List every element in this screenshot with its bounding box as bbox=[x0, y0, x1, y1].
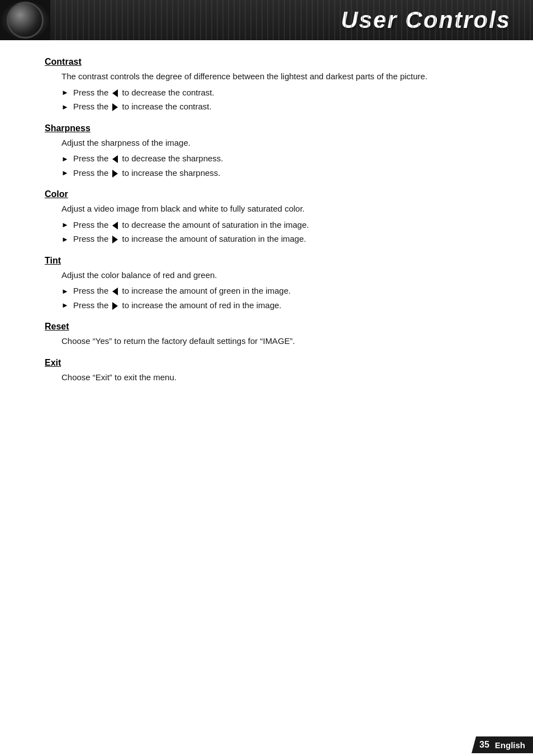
item-text: Press the to increase the amount of satu… bbox=[73, 233, 306, 246]
item-text: Press the to decrease the contrast. bbox=[73, 87, 215, 99]
sharpness-title: Sharpness bbox=[45, 123, 499, 133]
bullet-icon: ► bbox=[61, 102, 69, 113]
exit-section: Exit Choose “Exit” to exit the menu. bbox=[45, 358, 499, 384]
page-header: User Controls bbox=[0, 0, 533, 40]
color-title: Color bbox=[45, 189, 499, 199]
sharpness-description: Adjust the sharpness of the image. bbox=[61, 137, 499, 150]
exit-description: Choose “Exit” to exit the menu. bbox=[61, 371, 499, 384]
bullet-icon: ► bbox=[61, 300, 69, 311]
tint-items: ► Press the to increase the amount of gr… bbox=[61, 285, 499, 312]
contrast-items: ► Press the to decrease the contrast. ► … bbox=[61, 87, 499, 113]
item-text: Press the to increase the amount of gree… bbox=[73, 285, 291, 298]
item-text: Press the to decrease the sharpness. bbox=[73, 152, 223, 165]
left-arrow-icon bbox=[112, 288, 118, 295]
left-arrow-icon bbox=[112, 222, 118, 229]
right-arrow-icon bbox=[112, 103, 118, 111]
item-text: Press the to increase the amount of red … bbox=[73, 299, 282, 312]
sharpness-section: Sharpness Adjust the sharpness of the im… bbox=[45, 123, 499, 180]
list-item: ► Press the to increase the amount of re… bbox=[61, 299, 499, 312]
list-item: ► Press the to increase the amount of gr… bbox=[61, 285, 499, 298]
bullet-icon: ► bbox=[61, 286, 69, 297]
right-arrow-icon bbox=[112, 236, 118, 243]
logo bbox=[0, 0, 50, 40]
bullet-icon: ► bbox=[61, 219, 69, 231]
list-item: ► Press the to decrease the contrast. bbox=[61, 87, 499, 99]
page-number: 35 bbox=[479, 740, 489, 750]
contrast-section: Contrast The contrast controls the degre… bbox=[45, 57, 499, 113]
contrast-description: The contrast controls the degree of diff… bbox=[61, 70, 499, 83]
right-arrow-icon bbox=[112, 170, 118, 178]
color-description: Adjust a video image from black and whit… bbox=[61, 203, 499, 216]
tint-description: Adjust the color balance of red and gree… bbox=[61, 269, 499, 282]
page-title: User Controls bbox=[341, 7, 511, 34]
bullet-icon: ► bbox=[61, 168, 69, 179]
list-item: ► Press the to decrease the sharpness. bbox=[61, 152, 499, 165]
right-arrow-icon bbox=[112, 302, 118, 310]
tint-title: Tint bbox=[45, 256, 499, 266]
item-text: Press the to increase the sharpness. bbox=[73, 167, 221, 180]
left-arrow-icon bbox=[112, 155, 118, 163]
item-text: Press the to increase the contrast. bbox=[73, 101, 212, 113]
bullet-icon: ► bbox=[61, 234, 69, 245]
bullet-icon: ► bbox=[61, 87, 69, 98]
contrast-title: Contrast bbox=[45, 57, 499, 67]
color-section: Color Adjust a video image from black an… bbox=[45, 189, 499, 246]
list-item: ► Press the to decrease the amount of sa… bbox=[61, 219, 499, 232]
list-item: ► Press the to increase the contrast. bbox=[61, 101, 499, 113]
exit-title: Exit bbox=[45, 358, 499, 368]
list-item: ► Press the to increase the sharpness. bbox=[61, 167, 499, 180]
footer-page-info: 35 English bbox=[472, 736, 533, 753]
reset-title: Reset bbox=[45, 322, 499, 332]
footer: 35 English bbox=[421, 734, 533, 756]
bullet-icon: ► bbox=[61, 154, 69, 165]
reset-section: Reset Choose “Yes” to return the factory… bbox=[45, 322, 499, 348]
sharpness-items: ► Press the to decrease the sharpness. ►… bbox=[61, 152, 499, 179]
left-arrow-icon bbox=[112, 89, 118, 97]
language-label: English bbox=[495, 740, 525, 750]
list-item: ► Press the to increase the amount of sa… bbox=[61, 233, 499, 246]
reset-description: Choose “Yes” to return the factory defau… bbox=[61, 335, 499, 348]
color-items: ► Press the to decrease the amount of sa… bbox=[61, 219, 499, 246]
item-text: Press the to decrease the amount of satu… bbox=[73, 219, 309, 232]
tint-section: Tint Adjust the color balance of red and… bbox=[45, 256, 499, 312]
main-content: Contrast The contrast controls the degre… bbox=[0, 40, 533, 410]
